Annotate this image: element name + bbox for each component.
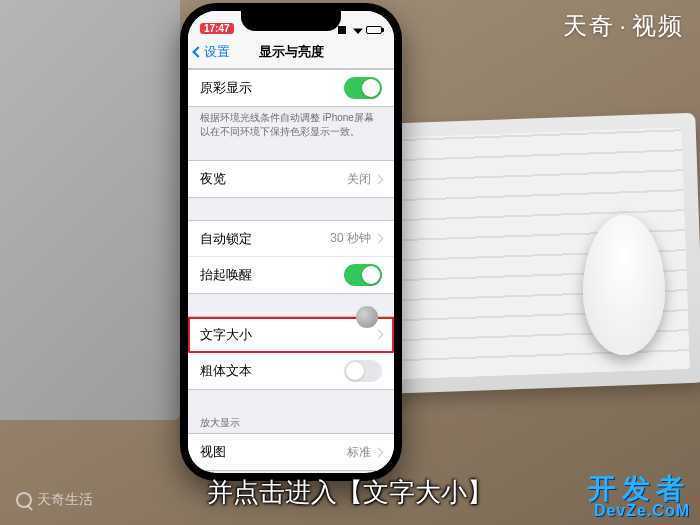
watermark-bottom-right: 开发者 DevZe.CoM bbox=[588, 475, 690, 519]
raise-to-wake-label: 抬起唤醒 bbox=[200, 266, 252, 284]
true-tone-footnote: 根据环境光线条件自动调整 iPhone屏幕以在不同环境下保持色彩显示一致。 bbox=[188, 107, 394, 138]
wifi-icon bbox=[353, 26, 363, 34]
group-zoom: 视图 标准 bbox=[188, 433, 394, 471]
chevron-right-icon bbox=[374, 447, 384, 457]
night-shift-value: 关闭 bbox=[347, 171, 371, 188]
battery-icon bbox=[366, 26, 382, 34]
auto-lock-label: 自动锁定 bbox=[200, 230, 252, 248]
view-value: 标准 bbox=[347, 444, 371, 461]
bold-text-label: 粗体文本 bbox=[200, 362, 252, 380]
chevron-left-icon bbox=[192, 46, 203, 57]
group-night-shift: 夜览 关闭 bbox=[188, 160, 394, 198]
row-raise-to-wake[interactable]: 抬起唤醒 bbox=[188, 257, 394, 293]
watermark-top-right: 天奇·视频 bbox=[563, 10, 684, 42]
back-label: 设置 bbox=[204, 43, 230, 61]
settings-content[interactable]: 原彩显示 根据环境光线条件自动调整 iPhone屏幕以在不同环境下保持色彩显示一… bbox=[188, 69, 394, 473]
text-size-label: 文字大小 bbox=[200, 326, 252, 344]
status-indicators bbox=[338, 26, 382, 34]
brand-br-line2: DevZe.CoM bbox=[588, 503, 690, 519]
view-label: 视图 bbox=[200, 443, 226, 461]
true-tone-label: 原彩显示 bbox=[200, 79, 252, 97]
group-true-tone: 原彩显示 bbox=[188, 69, 394, 107]
brand-br-line1: 开发者 bbox=[588, 475, 690, 503]
zoom-header: 放大显示 bbox=[188, 412, 394, 433]
chevron-right-icon bbox=[374, 174, 384, 184]
group-text: 文字大小 粗体文本 bbox=[188, 316, 394, 390]
bold-text-switch[interactable] bbox=[344, 360, 382, 382]
phone-screen: 17:47 设置 显示与亮度 原彩显示 根据环境光线条件自动调整 iPhone屏 bbox=[188, 11, 394, 473]
chevron-right-icon bbox=[374, 330, 384, 340]
back-button[interactable]: 设置 bbox=[188, 43, 230, 61]
raise-to-wake-switch[interactable] bbox=[344, 264, 382, 286]
chevron-right-icon bbox=[374, 234, 384, 244]
view-footnote: 选取查看 iPhone的方式。"放大"会显示更大的控制项。"标准"会显示更多的内… bbox=[188, 471, 394, 473]
row-bold-text[interactable]: 粗体文本 bbox=[188, 353, 394, 389]
row-true-tone[interactable]: 原彩显示 bbox=[188, 70, 394, 106]
brightness-slider-knob[interactable] bbox=[356, 306, 378, 328]
notch bbox=[241, 11, 341, 31]
group-lock-wake: 自动锁定 30 秒钟 抬起唤醒 bbox=[188, 220, 394, 294]
row-night-shift[interactable]: 夜览 关闭 bbox=[188, 161, 394, 197]
nav-bar: 设置 显示与亮度 bbox=[188, 35, 394, 69]
status-time: 17:47 bbox=[200, 23, 234, 34]
phone-frame: 17:47 设置 显示与亮度 原彩显示 根据环境光线条件自动调整 iPhone屏 bbox=[180, 3, 402, 481]
true-tone-switch[interactable] bbox=[344, 77, 382, 99]
brand-tr-a: 天奇 bbox=[563, 12, 615, 39]
signal-icon bbox=[338, 26, 350, 34]
row-auto-lock[interactable]: 自动锁定 30 秒钟 bbox=[188, 221, 394, 257]
night-shift-label: 夜览 bbox=[200, 170, 226, 188]
row-view[interactable]: 视图 标准 bbox=[188, 434, 394, 470]
auto-lock-value: 30 秒钟 bbox=[330, 230, 371, 247]
brand-tr-b: 视频 bbox=[632, 12, 684, 39]
